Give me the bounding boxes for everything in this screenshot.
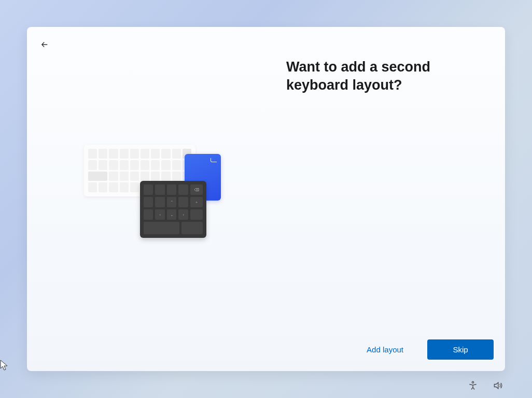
keyboard-illustration: ⌃+ ‹⌄› (84, 139, 229, 243)
taskbar-utility-icons (468, 380, 503, 391)
volume-button[interactable] (493, 380, 503, 391)
footer-actions: Add layout Skip (363, 339, 494, 360)
back-arrow-icon (40, 40, 49, 49)
add-layout-button[interactable]: Add layout (363, 340, 407, 359)
svg-point-0 (472, 381, 473, 383)
mouse-cursor-icon (0, 360, 8, 371)
numpad-dark-icon: ⌃+ ‹⌄› (140, 181, 206, 238)
oobe-card: ⌃+ ‹⌄› Want to add a second keyboard lay… (27, 27, 505, 371)
illustration-pane: ⌃+ ‹⌄› (27, 53, 286, 371)
skip-button[interactable]: Skip (427, 339, 494, 360)
accessibility-button[interactable] (468, 380, 478, 391)
back-button[interactable] (36, 36, 53, 53)
accessibility-icon (468, 380, 478, 391)
content-area: ⌃+ ‹⌄› Want to add a second keyboard lay… (27, 27, 505, 371)
volume-icon (493, 380, 503, 391)
page-heading: Want to add a second keyboard layout? (286, 58, 484, 94)
text-pane: Want to add a second keyboard layout? (286, 53, 505, 371)
